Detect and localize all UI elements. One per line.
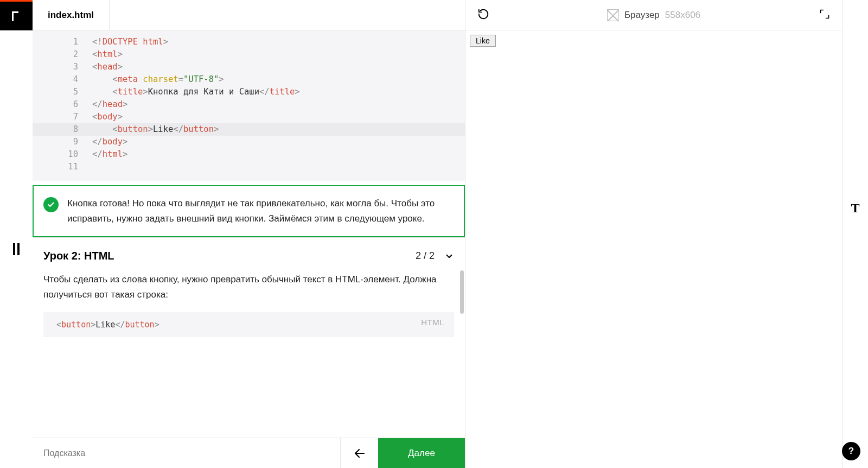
check-icon — [43, 197, 59, 212]
lesson-body: Чтобы сделать из слова кнопку, нужно пре… — [43, 272, 454, 302]
code-line[interactable]: 5 <title>Кнопка для Кати и Саши</title> — [33, 86, 465, 98]
preview-like-label: Like — [476, 36, 490, 45]
preview-like-button[interactable]: Like — [470, 35, 496, 47]
right-rail: T — [842, 0, 868, 468]
code-line[interactable]: 10</html> — [33, 148, 465, 161]
lesson-progress[interactable]: 2 / 2 — [416, 250, 454, 262]
reload-button[interactable] — [475, 6, 492, 24]
code-line[interactable]: 7<body> — [33, 111, 465, 123]
tab-bar: index.html — [33, 0, 465, 30]
chevron-down-icon — [444, 251, 454, 261]
next-button[interactable]: Далее — [378, 438, 465, 468]
code-line[interactable]: 4 <meta charset="UTF-8"> — [33, 73, 465, 86]
bottom-bar: Подсказка Далее — [33, 438, 465, 468]
preview-body: Like — [465, 30, 842, 468]
success-text: Кнопка готова! Но пока что выглядит не т… — [67, 196, 452, 226]
arrow-left-icon — [353, 447, 366, 460]
code-line[interactable]: 8 <button>Like</button> — [33, 123, 465, 136]
left-rail — [0, 0, 33, 468]
back-button[interactable] — [340, 438, 378, 468]
file-tab[interactable]: index.html — [33, 0, 110, 30]
code-snippet: HTML <button>Like</button> — [43, 312, 454, 337]
code-line[interactable]: 9</body> — [33, 136, 465, 148]
code-editor[interactable]: 1<!DOCTYPE html>2<html>3<head>4 <meta ch… — [33, 30, 465, 181]
help-button[interactable]: ? — [842, 442, 860, 460]
logo-icon — [10, 10, 23, 23]
lesson-panel: Урок 2: HTML 2 / 2 Чтобы сделать из слов… — [33, 237, 465, 438]
success-message: Кнопка готова! Но пока что выглядит не т… — [33, 185, 465, 237]
preview-label: Браузер — [624, 10, 660, 21]
fullscreen-icon — [819, 9, 830, 20]
snippet-code: <button>Like</button> — [56, 320, 159, 330]
preview-header: Браузер 558x606 — [465, 0, 842, 30]
code-line[interactable]: 11 — [33, 161, 465, 173]
snippet-lang: HTML — [421, 318, 444, 327]
main-column: index.html 1<!DOCTYPE html>2<html>3<head… — [33, 0, 465, 468]
pause-icon[interactable] — [13, 243, 20, 255]
file-tab-label: index.html — [48, 10, 94, 21]
logo[interactable] — [0, 0, 33, 30]
hint-button[interactable]: Подсказка — [33, 438, 340, 468]
fullscreen-button[interactable] — [817, 7, 832, 23]
code-line[interactable]: 2<html> — [33, 48, 465, 61]
code-line[interactable]: 6</head> — [33, 98, 465, 111]
preview-column: Браузер 558x606 Like — [465, 0, 842, 468]
lesson-title: Урок 2: HTML — [43, 250, 114, 262]
preview-title: Браузер 558x606 — [465, 9, 842, 21]
preview-dims: 558x606 — [665, 10, 700, 21]
image-placeholder-icon — [607, 9, 619, 21]
next-label: Далее — [408, 448, 435, 459]
scrollbar-thumb[interactable] — [460, 270, 464, 314]
code-line[interactable]: 3<head> — [33, 61, 465, 73]
code-line[interactable]: 1<!DOCTYPE html> — [33, 36, 465, 48]
lesson-progress-text: 2 / 2 — [416, 250, 435, 262]
text-tool-button[interactable]: T — [851, 201, 859, 216]
reload-icon — [477, 8, 489, 20]
hint-label: Подсказка — [43, 448, 85, 458]
